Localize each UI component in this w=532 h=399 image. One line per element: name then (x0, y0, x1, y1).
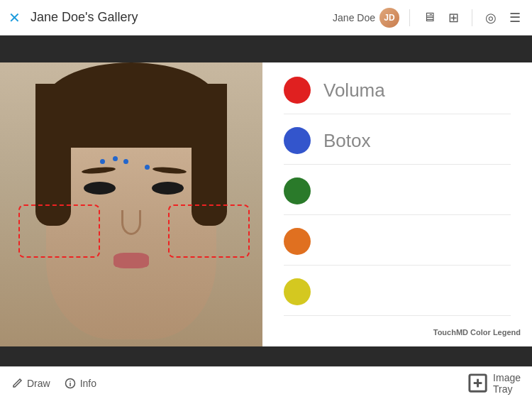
top-black-bar (0, 35, 532, 62)
monitor-icon[interactable]: 🖥 (420, 7, 438, 28)
lips (113, 253, 149, 268)
blue-dot-2 (123, 159, 128, 164)
divider (409, 9, 410, 26)
watermark-brand: TouchMD (433, 328, 468, 337)
eye-right (152, 182, 184, 195)
botox-label: Botox (323, 130, 371, 152)
info-button[interactable]: Info (65, 378, 96, 389)
green-dot (284, 177, 311, 204)
svg-point-2 (70, 381, 71, 382)
voluma-dot (284, 77, 311, 104)
yellow-dot (284, 278, 311, 305)
close-button[interactable]: ✕ (9, 11, 21, 25)
cheek-box-left (18, 204, 100, 258)
nose (121, 210, 141, 235)
info-label: Info (80, 378, 96, 389)
legend-item-green (284, 177, 511, 215)
settings-icon[interactable]: ◎ (482, 7, 499, 28)
legend-item-voluma: Voluma (284, 77, 511, 114)
legend-panel: Voluma Botox TouchMD Color Legend (262, 62, 532, 346)
face-image-area (0, 62, 262, 346)
image-tray-icon (467, 372, 489, 394)
avatar: JD (379, 8, 399, 28)
image-tray-label: Image Tray (493, 372, 521, 395)
menu-icon[interactable]: ☰ (506, 7, 523, 28)
orange-dot (284, 228, 311, 255)
info-icon (65, 378, 76, 389)
legend-item-yellow (284, 278, 511, 316)
user-info: Jane Doe JD (333, 8, 399, 28)
divider2 (472, 9, 472, 26)
footer-toolbar: Draw Info Image Tray (0, 366, 532, 399)
draw-button[interactable]: Draw (11, 378, 50, 389)
grid-icon[interactable]: ⊞ (445, 7, 462, 28)
botox-dot (284, 127, 311, 154)
image-tray-button[interactable]: Image Tray (467, 372, 521, 395)
user-name-label: Jane Doe (333, 12, 375, 23)
header-right: Jane Doe JD 🖥 ⊞ ◎ ☰ (333, 7, 523, 28)
watermark-text2: Color Legend (470, 328, 521, 337)
pencil-icon (11, 378, 23, 389)
page-title: Jane Doe's Gallery (31, 10, 333, 25)
legend-item-botox: Botox (284, 127, 511, 165)
draw-label: Draw (27, 378, 50, 389)
main-content: Voluma Botox TouchMD Color Legend (0, 62, 532, 346)
touchmd-watermark: TouchMD Color Legend (433, 328, 521, 337)
header-bar: ✕ Jane Doe's Gallery Jane Doe JD 🖥 ⊞ ◎ ☰ (0, 0, 532, 35)
cheek-box-right (168, 204, 250, 258)
blue-dot-3 (145, 165, 150, 170)
blue-dot-1 (100, 159, 105, 164)
legend-item-orange (284, 228, 511, 266)
voluma-label: Voluma (323, 80, 385, 102)
